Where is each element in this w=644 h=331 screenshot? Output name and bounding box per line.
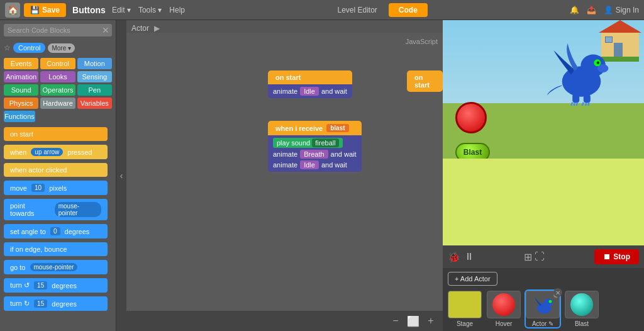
on-start-header-2: on start	[407, 70, 443, 92]
block-turn-cw[interactable]: turn ↻ 15 degrees	[4, 296, 108, 311]
add-actor-button[interactable]: + Add Actor	[448, 272, 497, 286]
save-icon: 💾	[30, 6, 40, 14]
blast-ball	[570, 293, 593, 316]
cat-events[interactable]: Events	[4, 58, 38, 69]
cat-physics[interactable]: Physics	[4, 98, 38, 109]
block-categories-grid: Events Control Motion Animation Looks Se…	[0, 55, 116, 125]
zoom-out-icon[interactable]: −	[389, 314, 402, 328]
main-layout: ✕ ☆ Control More ▾ Events Control Motion…	[0, 20, 644, 331]
canvas-bottom-controls: − ⬜ +	[126, 311, 443, 331]
canvas-tab-actor[interactable]: Actor	[131, 24, 149, 33]
left-panel: ✕ ☆ Control More ▾ Events Control Motion…	[0, 20, 116, 331]
share-icon[interactable]: 📤	[587, 6, 596, 14]
cat-control[interactable]: Control	[40, 58, 75, 69]
blast-btn-label: Blast	[464, 148, 482, 157]
cat-animation[interactable]: Animation	[4, 71, 38, 82]
svg-point-9	[549, 300, 552, 303]
block-edge-bounce[interactable]: if on edge, bounce	[4, 242, 108, 256]
actor-close-icon[interactable]: ✕	[553, 288, 562, 297]
svg-point-8	[544, 298, 553, 306]
top-right-controls: 🔔 📤 👤 Sign In	[570, 6, 639, 14]
cat-looks[interactable]: Looks	[40, 71, 75, 82]
key-tag: up arrow	[31, 148, 63, 156]
signin-button[interactable]: 👤 Sign In	[604, 6, 639, 14]
breath-tag: Breath	[300, 150, 328, 159]
dragon-sprite	[543, 36, 613, 106]
canvas-area[interactable]: JavaScript on start animate Idle and wai…	[126, 33, 443, 331]
topbar: 🏠 💾 Save Buttons Edit ▾ Tools ▾ Help Lev…	[0, 0, 644, 20]
menu-edit[interactable]: Edit ▾	[112, 6, 131, 14]
actor-item-hover[interactable]: Hover	[487, 291, 521, 327]
on-start-body-1: animate Idle and wait	[268, 84, 352, 98]
block-point-towards[interactable]: point towards mouse-pointer	[4, 199, 108, 220]
block-on-start[interactable]: on start	[4, 127, 108, 141]
menu-tools[interactable]: Tools ▾	[138, 6, 162, 14]
animate-idle-2-row: animate Idle and wait	[273, 160, 357, 169]
animate-label: animate	[273, 87, 297, 95]
pause-icon[interactable]: ⏸	[464, 251, 474, 262]
block-when-key[interactable]: when up arrow pressed	[4, 145, 108, 159]
cat-functions[interactable]: Functions	[4, 111, 35, 122]
save-button[interactable]: 💾 Save	[24, 3, 66, 17]
block-when-actor-clicked[interactable]: when actor clicked	[4, 163, 108, 177]
game-controls-bar: 🐞 ⏸ ⊞ ⛶ ⏹ Stop	[443, 245, 644, 268]
category-tabs: ☆ Control More ▾	[0, 40, 116, 55]
cat-tab-more[interactable]: More ▾	[48, 43, 75, 53]
star-icon[interactable]: ☆	[4, 43, 11, 52]
tab-level-editor[interactable]: Level Editor	[327, 3, 387, 17]
block-turn-ccw[interactable]: turn ↺ 15 degrees	[4, 278, 108, 293]
cat-variables[interactable]: Variables	[77, 98, 112, 109]
reset-zoom-icon[interactable]: ⬜	[406, 314, 420, 328]
actor-label-actor: Actor ✎	[532, 320, 553, 327]
nav-tabs: Level Editor Code	[327, 3, 427, 17]
block-set-angle[interactable]: set angle to 0 degrees	[4, 224, 108, 238]
receive-label: when i receive	[275, 125, 323, 132]
play-sound-block: play sound fireball	[273, 138, 343, 148]
canvas-block-on-start-1[interactable]: on start animate Idle and wait	[268, 70, 352, 98]
fullscreen-icon[interactable]: ⛶	[535, 251, 545, 263]
svg-rect-6	[584, 94, 591, 103]
canvas-block-on-start-2[interactable]: on start	[407, 70, 443, 92]
point-target-tag: mouse-pointer	[55, 202, 101, 217]
zoom-in-icon[interactable]: +	[424, 314, 438, 328]
game-button-red[interactable]	[455, 102, 487, 133]
game-button-blast[interactable]: Blast	[455, 143, 490, 159]
actor-item-actor[interactable]: ⚙ ✕ Actor ✎	[526, 291, 560, 327]
home-icon[interactable]: 🏠	[5, 3, 20, 18]
cat-hardware[interactable]: Hardware	[40, 98, 75, 109]
angle-tag: 0	[50, 227, 60, 235]
search-clear-icon[interactable]: ✕	[102, 25, 109, 35]
move-amount-tag: 10	[31, 184, 45, 192]
cat-motion[interactable]: Motion	[77, 58, 112, 69]
blocks-list: on start when up arrow pressed when acto…	[0, 125, 116, 331]
canvas-block-receive-blast[interactable]: when i receive blast play sound fireball…	[268, 121, 362, 172]
cat-pen[interactable]: Pen	[77, 84, 112, 96]
cat-operators[interactable]: Operators	[40, 84, 75, 96]
turn-ccw-tag: 15	[34, 281, 47, 289]
actor-item-blast[interactable]: Blast	[565, 291, 599, 327]
and-wait-label-3: and wait	[321, 161, 347, 169]
cat-sensing[interactable]: Sensing	[77, 71, 112, 82]
canvas-tabs: Actor ▶	[126, 20, 443, 33]
actor-label-stage: Stage	[457, 320, 473, 327]
view-icons: ⊞ ⛶	[524, 251, 545, 263]
actor-item-stage[interactable]: Stage	[448, 291, 482, 327]
block-move[interactable]: move 10 pixels	[4, 181, 108, 195]
tab-code[interactable]: Code	[389, 3, 428, 17]
stop-button[interactable]: ⏹ Stop	[594, 249, 639, 264]
block-go-to[interactable]: go to mouse-pointer	[4, 260, 108, 274]
cat-tab-control[interactable]: Control	[13, 43, 45, 53]
animate-idle-row: animate Idle and wait	[273, 87, 347, 96]
search-input[interactable]	[4, 24, 112, 36]
bug-icon[interactable]: 🐞	[448, 251, 460, 263]
js-label: JavaScript	[406, 38, 438, 45]
center-panel: Actor ▶ JavaScript on start animate Idle…	[126, 20, 443, 331]
notifications-icon[interactable]: 🔔	[570, 6, 579, 14]
turn-cw-tag: 15	[34, 300, 47, 308]
cat-sound[interactable]: Sound	[4, 84, 38, 96]
svg-rect-5	[572, 94, 579, 103]
collapse-panel-button[interactable]: ‹	[116, 20, 126, 331]
menu-help[interactable]: Help	[169, 6, 185, 14]
grid-view-icon[interactable]: ⊞	[524, 251, 532, 263]
goto-target-tag: mouse-pointer	[30, 263, 78, 271]
